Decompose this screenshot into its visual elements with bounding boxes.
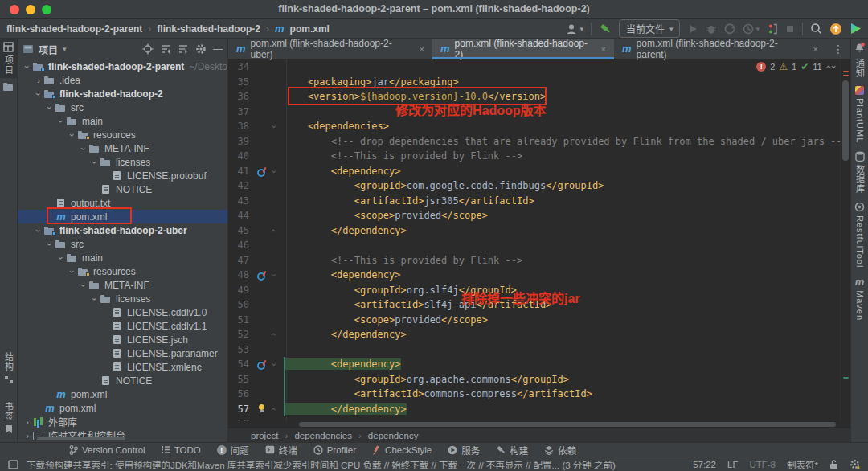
expand-chevron-icon[interactable] xyxy=(23,431,32,440)
code-line[interactable]: 54 <dependency> xyxy=(228,357,850,372)
user-account-button[interactable]: ▾ xyxy=(565,23,583,35)
tree-item[interactable]: resources xyxy=(18,264,227,278)
attach-profiler-icon[interactable] xyxy=(767,23,778,35)
tool-button-plantuml[interactable]: PlantUML xyxy=(851,82,868,147)
caret-position[interactable]: 57:22 xyxy=(693,460,716,469)
next-problem-icon[interactable]: › xyxy=(829,65,839,68)
tool-button-checkstyle[interactable]: CheckStyle xyxy=(372,445,432,455)
debug-icon[interactable] xyxy=(706,23,717,35)
code-line[interactable]: 55 <groupId>org.apache.commons</groupId> xyxy=(228,372,850,387)
vcs-stripe-mark[interactable] xyxy=(843,377,849,379)
tree-item[interactable]: META-INF xyxy=(18,278,227,292)
profiler-button[interactable]: ▾ xyxy=(743,23,760,35)
gutter-bookmark-icon[interactable] xyxy=(257,271,265,279)
expand-chevron-icon[interactable] xyxy=(34,226,43,236)
code-line[interactable]: 48 <dependency> xyxy=(228,268,850,283)
code-line-current[interactable]: 57 </dependency> xyxy=(228,402,850,417)
editor-hscroll-track[interactable] xyxy=(228,421,850,428)
code-line[interactable]: 44 <scope>provided</scope> xyxy=(228,208,850,223)
lock-icon[interactable] xyxy=(829,459,838,469)
tree-item[interactable]: LICENSE.cddlv1.1 xyxy=(18,319,227,333)
code-line[interactable]: 46 xyxy=(228,238,850,253)
tree-item[interactable]: LICENSE.protobuf xyxy=(18,169,227,182)
run-icon[interactable] xyxy=(687,23,698,35)
gutter-bookmark-icon[interactable] xyxy=(257,360,265,368)
tree-item[interactable]: flink-shaded-hadoop-2-parent~/Deskto xyxy=(18,59,227,73)
editor-vertical-scrollbar[interactable] xyxy=(842,80,849,161)
tool-button-build[interactable]: 构建 xyxy=(496,444,528,457)
hide-panel-icon[interactable]: — xyxy=(213,43,223,55)
fold-icon[interactable] xyxy=(268,327,280,342)
expand-chevron-icon[interactable] xyxy=(34,76,43,85)
tab-pom-uber[interactable]: m pom.xml (flink-shaded-hadoop-2-uber) × xyxy=(228,39,432,59)
tree-item[interactable]: NOTICE xyxy=(18,374,227,387)
tree-item[interactable]: main xyxy=(18,114,227,128)
crumb-dependency[interactable]: dependency xyxy=(368,431,419,440)
intention-lightbulb-icon[interactable] xyxy=(258,404,265,414)
expand-chevron-icon[interactable] xyxy=(90,158,100,167)
breadcrumb-project[interactable]: flink-shaded-hadoop-2-parent xyxy=(6,23,142,35)
code-line[interactable]: 38 <dependencies> xyxy=(228,119,850,134)
tool-button-structure[interactable]: 结构 xyxy=(2,349,15,387)
tool-button-bookmarks[interactable]: 书签 xyxy=(2,399,15,437)
tree-item[interactable]: LICENSE.xmlenc xyxy=(18,360,227,374)
tree-item[interactable]: flink-shaded-hadoop-2 xyxy=(18,87,227,100)
build-hammer-icon[interactable] xyxy=(599,23,612,35)
close-tab-icon[interactable]: × xyxy=(813,44,818,54)
editor-horizontal-scrollbar[interactable] xyxy=(299,422,836,427)
fold-icon[interactable] xyxy=(268,402,280,417)
tree-item[interactable]: mpom.xml xyxy=(18,401,227,415)
tree-item-external-libraries[interactable]: 外部库 xyxy=(18,415,227,428)
tree-item[interactable]: LICENSE.cddlv1.0 xyxy=(18,305,227,319)
project-horizontal-scrollbar[interactable] xyxy=(37,437,125,440)
tool-button-terminal[interactable]: 终端 xyxy=(265,444,297,457)
tab-options-icon[interactable]: ⋮ xyxy=(826,39,850,59)
code-line[interactable]: 47 <!--This is provided by Flink --> xyxy=(228,253,850,268)
tree-item[interactable]: flink-shaded-hadoop-2-uber xyxy=(18,223,227,237)
code-line[interactable]: 51 <scope>provided</scope> xyxy=(228,313,850,328)
code-editor[interactable]: 34 35 <packaging>jar</packaging> 36 <ver… xyxy=(228,59,850,421)
fold-icon[interactable] xyxy=(268,357,280,372)
code-line[interactable]: 42 <groupId>com.google.code.findbugs</gr… xyxy=(228,178,850,194)
tree-item[interactable]: src xyxy=(18,237,227,251)
code-line[interactable]: 39 <!-- drop dependencies that are alrea… xyxy=(228,134,850,149)
tab-pom-active[interactable]: m pom.xml (flink-shaded-hadoop-2) × xyxy=(432,39,614,59)
search-everywhere-icon[interactable] xyxy=(810,23,822,35)
tool-button-restfultool[interactable]: RestfulTool xyxy=(851,198,868,272)
fold-icon[interactable] xyxy=(268,164,280,179)
tool-button-services[interactable]: 服务 xyxy=(448,444,480,457)
tree-item[interactable]: LICENSE.jsch xyxy=(18,333,227,346)
code-line[interactable]: 41 <dependency> xyxy=(228,164,850,179)
tab-pom-parent[interactable]: m pom.xml (flink-shaded-hadoop-2-parent)… xyxy=(614,39,826,59)
fold-icon[interactable] xyxy=(268,119,280,134)
expand-chevron-icon[interactable] xyxy=(34,89,43,99)
code-line[interactable]: 45 </dependency> xyxy=(228,223,850,239)
project-view-selector[interactable]: 项目 xyxy=(39,43,58,56)
expand-chevron-icon[interactable] xyxy=(79,281,88,290)
update-available-icon[interactable] xyxy=(829,23,842,35)
code-line[interactable]: 53 xyxy=(228,342,850,358)
close-tab-icon[interactable]: × xyxy=(420,44,424,54)
tree-item[interactable]: resources xyxy=(18,128,227,141)
expand-chevron-icon[interactable] xyxy=(23,417,32,427)
collapse-all-icon[interactable] xyxy=(178,43,189,55)
expand-all-icon[interactable] xyxy=(160,43,171,55)
settings-gear-icon[interactable] xyxy=(850,459,860,469)
tool-button-dependencies[interactable]: 依赖 xyxy=(544,444,576,457)
expand-chevron-icon[interactable] xyxy=(56,253,66,263)
breadcrumb-module[interactable]: flink-shaded-hadoop-2 xyxy=(157,23,260,35)
tool-button-maven[interactable]: m Maven xyxy=(851,272,868,325)
error-stripe-mark[interactable] xyxy=(843,75,849,76)
tree-item[interactable]: licenses xyxy=(18,155,227,169)
tool-button-project[interactable]: 项目 xyxy=(0,39,17,78)
error-stripe-mark[interactable] xyxy=(843,71,849,72)
close-tab-icon[interactable]: × xyxy=(601,44,606,54)
editor-error-stripe[interactable] xyxy=(840,59,850,421)
line-separator[interactable]: LF xyxy=(727,460,738,469)
expand-chevron-icon[interactable] xyxy=(45,103,55,113)
ide-feature-trainer-icon[interactable] xyxy=(850,23,862,35)
tree-item[interactable]: src xyxy=(18,100,227,114)
tool-button-notifications[interactable]: 通知 xyxy=(851,39,868,82)
tree-item[interactable]: licenses xyxy=(18,292,227,305)
fold-icon[interactable] xyxy=(268,268,280,283)
